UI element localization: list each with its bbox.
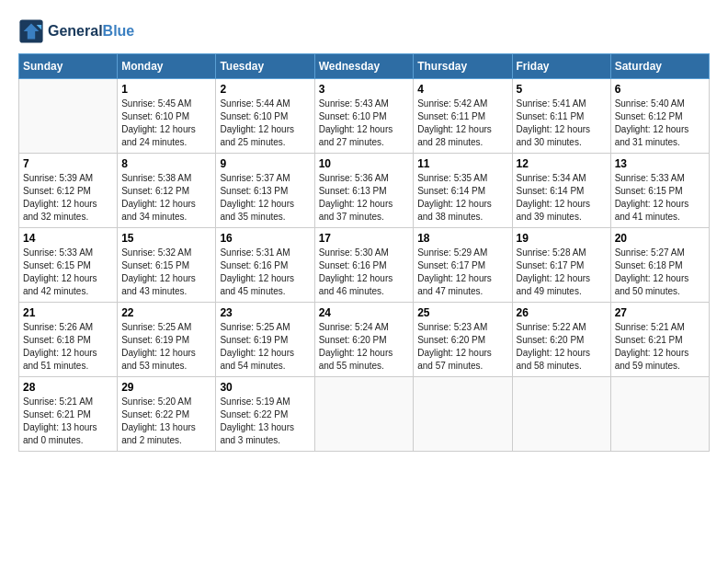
day-cell: 30Sunrise: 5:19 AMSunset: 6:22 PMDayligh…: [216, 377, 314, 452]
day-cell: 14Sunrise: 5:33 AMSunset: 6:15 PMDayligh…: [19, 228, 118, 303]
day-info: Sunrise: 5:39 AMSunset: 6:12 PMDaylight:…: [23, 172, 113, 224]
day-cell: 23Sunrise: 5:25 AMSunset: 6:19 PMDayligh…: [216, 303, 314, 377]
day-number: 18: [417, 232, 507, 245]
day-number: 30: [220, 381, 310, 394]
day-info: Sunrise: 5:25 AMSunset: 6:19 PMDaylight:…: [220, 321, 310, 373]
day-info: Sunrise: 5:36 AMSunset: 6:13 PMDaylight:…: [319, 172, 410, 224]
day-info: Sunrise: 5:22 AMSunset: 6:20 PMDaylight:…: [517, 321, 607, 373]
header-friday: Friday: [512, 54, 610, 79]
day-cell: 2Sunrise: 5:44 AMSunset: 6:10 PMDaylight…: [216, 79, 314, 154]
day-number: 14: [23, 232, 113, 245]
day-cell: 7Sunrise: 5:39 AMSunset: 6:12 PMDaylight…: [19, 154, 118, 228]
day-cell: 27Sunrise: 5:21 AMSunset: 6:21 PMDayligh…: [610, 303, 709, 377]
week-row-1: 1Sunrise: 5:45 AMSunset: 6:10 PMDaylight…: [19, 79, 710, 154]
day-info: Sunrise: 5:45 AMSunset: 6:10 PMDaylight:…: [121, 98, 211, 149]
day-info: Sunrise: 5:26 AMSunset: 6:18 PMDaylight:…: [23, 321, 113, 373]
day-info: Sunrise: 5:28 AMSunset: 6:17 PMDaylight:…: [517, 247, 607, 298]
day-info: Sunrise: 5:25 AMSunset: 6:19 PMDaylight:…: [121, 321, 211, 373]
day-number: 9: [220, 157, 310, 170]
day-info: Sunrise: 5:29 AMSunset: 6:17 PMDaylight:…: [417, 247, 507, 298]
day-info: Sunrise: 5:21 AMSunset: 6:21 PMDaylight:…: [23, 396, 113, 447]
day-number: 27: [615, 306, 705, 319]
day-cell: 25Sunrise: 5:23 AMSunset: 6:20 PMDayligh…: [414, 303, 512, 377]
day-cell: 13Sunrise: 5:33 AMSunset: 6:15 PMDayligh…: [610, 154, 709, 228]
header-wednesday: Wednesday: [314, 54, 414, 79]
day-number: 12: [517, 157, 607, 170]
day-cell: 5Sunrise: 5:41 AMSunset: 6:11 PMDaylight…: [512, 79, 610, 154]
day-info: Sunrise: 5:31 AMSunset: 6:16 PMDaylight:…: [220, 247, 310, 298]
week-row-3: 14Sunrise: 5:33 AMSunset: 6:15 PMDayligh…: [19, 228, 710, 303]
header-thursday: Thursday: [414, 54, 512, 79]
day-cell: 22Sunrise: 5:25 AMSunset: 6:19 PMDayligh…: [118, 303, 216, 377]
day-number: 25: [417, 306, 507, 319]
day-info: Sunrise: 5:20 AMSunset: 6:22 PMDaylight:…: [121, 396, 211, 447]
day-cell: 18Sunrise: 5:29 AMSunset: 6:17 PMDayligh…: [414, 228, 512, 303]
day-number: 11: [417, 157, 507, 170]
day-info: Sunrise: 5:19 AMSunset: 6:22 PMDaylight:…: [220, 396, 310, 447]
day-info: Sunrise: 5:41 AMSunset: 6:11 PMDaylight:…: [517, 98, 607, 149]
header-sunday: Sunday: [19, 54, 118, 79]
day-info: Sunrise: 5:27 AMSunset: 6:18 PMDaylight:…: [615, 247, 705, 298]
day-number: 10: [319, 157, 410, 170]
calendar-table: SundayMondayTuesdayWednesdayThursdayFrid…: [18, 53, 710, 452]
header-tuesday: Tuesday: [216, 54, 314, 79]
week-row-4: 21Sunrise: 5:26 AMSunset: 6:18 PMDayligh…: [19, 303, 710, 377]
day-number: 5: [517, 83, 607, 96]
day-cell: 3Sunrise: 5:43 AMSunset: 6:10 PMDaylight…: [314, 79, 414, 154]
day-number: 16: [220, 232, 310, 245]
day-number: 4: [417, 83, 507, 96]
day-cell: [512, 377, 610, 452]
day-number: 3: [319, 83, 410, 96]
day-cell: 11Sunrise: 5:35 AMSunset: 6:14 PMDayligh…: [414, 154, 512, 228]
day-number: 8: [121, 157, 211, 170]
day-info: Sunrise: 5:23 AMSunset: 6:20 PMDaylight:…: [417, 321, 507, 373]
day-info: Sunrise: 5:40 AMSunset: 6:12 PMDaylight:…: [615, 98, 705, 149]
day-cell: 17Sunrise: 5:30 AMSunset: 6:16 PMDayligh…: [314, 228, 414, 303]
day-info: Sunrise: 5:30 AMSunset: 6:16 PMDaylight:…: [319, 247, 410, 298]
day-info: Sunrise: 5:33 AMSunset: 6:15 PMDaylight:…: [615, 172, 705, 224]
day-cell: 26Sunrise: 5:22 AMSunset: 6:20 PMDayligh…: [512, 303, 610, 377]
header-saturday: Saturday: [610, 54, 709, 79]
day-cell: 12Sunrise: 5:34 AMSunset: 6:14 PMDayligh…: [512, 154, 610, 228]
day-info: Sunrise: 5:43 AMSunset: 6:10 PMDaylight:…: [319, 98, 410, 149]
day-number: 13: [615, 157, 705, 170]
day-cell: 24Sunrise: 5:24 AMSunset: 6:20 PMDayligh…: [314, 303, 414, 377]
day-number: 23: [220, 306, 310, 319]
day-number: 6: [615, 83, 705, 96]
day-number: 2: [220, 83, 310, 96]
day-cell: 19Sunrise: 5:28 AMSunset: 6:17 PMDayligh…: [512, 228, 610, 303]
header-monday: Monday: [118, 54, 216, 79]
day-number: 21: [23, 306, 113, 319]
week-row-2: 7Sunrise: 5:39 AMSunset: 6:12 PMDaylight…: [19, 154, 710, 228]
day-info: Sunrise: 5:42 AMSunset: 6:11 PMDaylight:…: [417, 98, 507, 149]
day-cell: [19, 79, 118, 154]
day-cell: 15Sunrise: 5:32 AMSunset: 6:15 PMDayligh…: [118, 228, 216, 303]
day-cell: 1Sunrise: 5:45 AMSunset: 6:10 PMDaylight…: [118, 79, 216, 154]
day-info: Sunrise: 5:32 AMSunset: 6:15 PMDaylight:…: [121, 247, 211, 298]
day-number: 19: [517, 232, 607, 245]
day-cell: 10Sunrise: 5:36 AMSunset: 6:13 PMDayligh…: [314, 154, 414, 228]
day-info: Sunrise: 5:33 AMSunset: 6:15 PMDaylight:…: [23, 247, 113, 298]
logo-text: GeneralBlue: [48, 23, 134, 40]
day-cell: 16Sunrise: 5:31 AMSunset: 6:16 PMDayligh…: [216, 228, 314, 303]
day-info: Sunrise: 5:37 AMSunset: 6:13 PMDaylight:…: [220, 172, 310, 224]
day-number: 22: [121, 306, 211, 319]
day-info: Sunrise: 5:24 AMSunset: 6:20 PMDaylight:…: [319, 321, 410, 373]
day-number: 24: [319, 306, 410, 319]
day-info: Sunrise: 5:34 AMSunset: 6:14 PMDaylight:…: [517, 172, 607, 224]
day-number: 28: [23, 381, 113, 394]
logo: GeneralBlue: [18, 18, 134, 44]
day-info: Sunrise: 5:35 AMSunset: 6:14 PMDaylight:…: [417, 172, 507, 224]
week-row-5: 28Sunrise: 5:21 AMSunset: 6:21 PMDayligh…: [19, 377, 710, 452]
day-number: 15: [121, 232, 211, 245]
day-number: 20: [615, 232, 705, 245]
day-number: 1: [121, 83, 211, 96]
day-cell: 9Sunrise: 5:37 AMSunset: 6:13 PMDaylight…: [216, 154, 314, 228]
calendar-header-row: SundayMondayTuesdayWednesdayThursdayFrid…: [19, 54, 710, 79]
day-info: Sunrise: 5:21 AMSunset: 6:21 PMDaylight:…: [615, 321, 705, 373]
page-header: GeneralBlue: [18, 18, 710, 44]
day-number: 26: [517, 306, 607, 319]
day-cell: 8Sunrise: 5:38 AMSunset: 6:12 PMDaylight…: [118, 154, 216, 228]
day-number: 29: [121, 381, 211, 394]
day-cell: 28Sunrise: 5:21 AMSunset: 6:21 PMDayligh…: [19, 377, 118, 452]
